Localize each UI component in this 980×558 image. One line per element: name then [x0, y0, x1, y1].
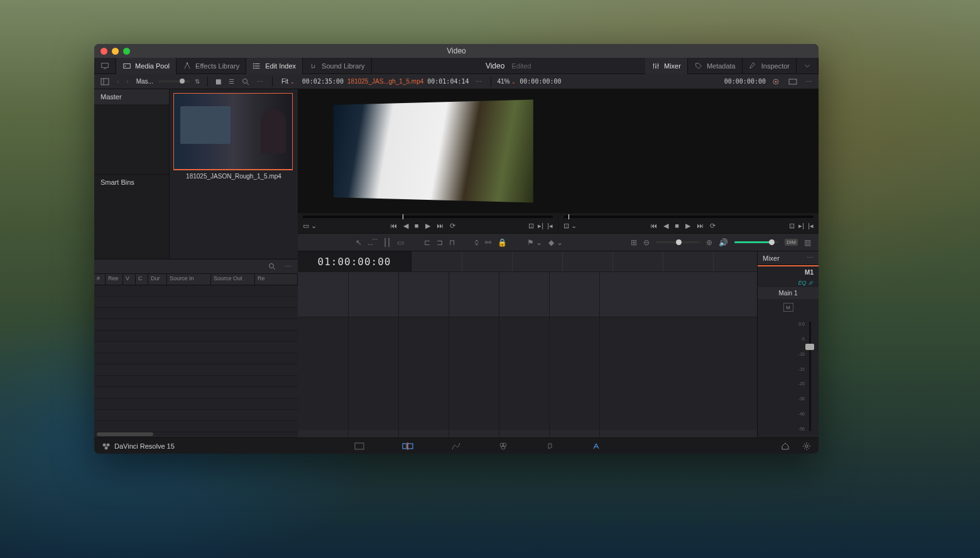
strip-fader[interactable]: 0.0-5-10-15-20-30-40-50	[758, 315, 819, 437]
sound-library-toggle[interactable]: Sound Library	[303, 58, 372, 74]
source-clip-name[interactable]: 181025_JAS...gh_1_5.mp4	[347, 78, 423, 85]
bin-master[interactable]: Master	[94, 89, 169, 104]
timeline-ruler[interactable]	[411, 251, 757, 271]
clip-thumbnail[interactable]	[173, 93, 293, 170]
index-col-srcout[interactable]: Source Out	[211, 274, 255, 285]
zoom-in[interactable]: ⊕	[706, 238, 712, 247]
effects-library-toggle[interactable]: Effects Library	[177, 58, 246, 74]
record-scrubber[interactable]	[564, 216, 814, 218]
zoom-out[interactable]: ⊖	[643, 238, 650, 247]
record-stop[interactable]: ■	[675, 222, 679, 229]
source-play-reverse[interactable]: ◀	[403, 222, 408, 230]
expand-button[interactable]	[797, 58, 819, 74]
fader-knob[interactable]	[805, 344, 814, 350]
bin-breadcrumb[interactable]: Mas...	[136, 78, 153, 85]
grid-view-button[interactable]: ▦	[213, 77, 224, 86]
record-options[interactable]: ⋯	[803, 77, 815, 86]
bin-smart[interactable]: Smart Bins	[94, 174, 169, 190]
index-col-srcin[interactable]: Source In	[167, 274, 211, 285]
dim-button[interactable]: DIM	[785, 239, 798, 246]
strip-mute[interactable]: M	[783, 303, 793, 312]
close-button[interactable]	[101, 48, 107, 55]
app-menu[interactable]: DaVinci Resolve 15	[102, 442, 175, 451]
inspector-toggle[interactable]: Inspector	[743, 58, 797, 74]
index-col-c[interactable]: C	[136, 274, 148, 285]
record-mark-out[interactable]: |◂	[808, 222, 814, 230]
page-deliver[interactable]	[592, 442, 601, 451]
metadata-toggle[interactable]: Metadata	[688, 58, 743, 74]
thumbnail-size-slider[interactable]	[158, 80, 190, 82]
horizontal-scrollbar[interactable]	[97, 432, 153, 436]
flag-dropdown[interactable]: ⚑ ⌄	[527, 238, 542, 247]
source-mark-in[interactable]: ▸|	[538, 222, 543, 230]
page-fairlight[interactable]	[545, 442, 554, 451]
record-play-reverse[interactable]: ◀	[663, 222, 668, 230]
source-stop[interactable]: ■	[415, 222, 419, 229]
record-zoom-dropdown[interactable]: 41% ⌄	[498, 78, 516, 85]
edit-index-toggle[interactable]: Edit Index	[246, 58, 303, 74]
page-media[interactable]	[354, 442, 364, 451]
source-scrubber[interactable]	[303, 216, 553, 218]
volume-slider[interactable]	[734, 241, 778, 243]
timeline-timecode[interactable]: 01:00:00:00	[298, 251, 411, 271]
trim-tool[interactable]: ⎵⎴	[368, 238, 377, 247]
replace-clip[interactable]: ⊓	[449, 238, 455, 247]
zoom-slider[interactable]	[656, 241, 700, 243]
timeline-view-options[interactable]: ⊞	[631, 238, 637, 247]
arrow-tool[interactable]: ↖	[356, 238, 362, 247]
index-search[interactable]	[266, 261, 278, 271]
source-mark-out[interactable]: |◂	[547, 222, 553, 230]
viewer-zoom-dropdown[interactable]: Fit ⌄	[279, 77, 297, 86]
blade-tool[interactable]: ⎮⎮	[383, 238, 391, 247]
record-last-frame[interactable]: ⏭	[697, 222, 704, 229]
record-play[interactable]: ▶	[685, 222, 690, 230]
strip-name[interactable]: Main 1	[758, 287, 819, 299]
marker-dropdown[interactable]: ◆ ⌄	[548, 238, 562, 247]
insert-clip[interactable]: ⊏	[424, 238, 430, 247]
sort-button[interactable]: ⇅	[192, 77, 202, 86]
list-view-button[interactable]: ☰	[226, 77, 237, 86]
home-button[interactable]	[781, 442, 790, 451]
record-match-frame[interactable]: ⊡	[789, 222, 795, 230]
timeline-tracks[interactable]	[298, 271, 757, 437]
media-pool-toggle[interactable]: Media Pool	[116, 58, 177, 74]
source-first-frame[interactable]: ⏮	[390, 222, 397, 229]
source-options[interactable]: ⋯	[473, 77, 484, 86]
lock-toggle[interactable]: 🔒	[498, 238, 507, 247]
page-color[interactable]	[499, 442, 508, 451]
record-first-frame[interactable]: ⏮	[650, 222, 657, 229]
index-col-num[interactable]: #	[94, 274, 106, 285]
viewer-mode[interactable]	[786, 77, 800, 86]
index-options[interactable]: ⋯	[282, 261, 294, 272]
mixer-toggle[interactable]: Mixer	[645, 58, 688, 74]
record-loop[interactable]: ⟳	[710, 222, 716, 230]
index-col-dur[interactable]: Dur	[148, 274, 167, 285]
record-overlay-dropdown[interactable]: ⊡ ⌄	[564, 222, 577, 230]
ui-layout-button[interactable]	[94, 58, 116, 74]
index-body[interactable]	[94, 285, 298, 437]
minimize-button[interactable]	[112, 48, 119, 55]
window-titlebar[interactable]: Video	[94, 44, 819, 58]
bin-options[interactable]: ⋯	[254, 77, 266, 86]
mute-button[interactable]: 🔊	[719, 238, 728, 247]
page-fusion[interactable]	[451, 442, 461, 451]
sidebar-toggle[interactable]	[98, 77, 112, 87]
index-col-reel[interactable]: Ree	[106, 274, 123, 285]
mixer-options[interactable]: ⋯	[807, 254, 814, 262]
source-play[interactable]: ▶	[425, 222, 430, 230]
bin-content[interactable]: 181025_JASON_Rough_1_5.mp4	[170, 89, 298, 259]
record-canvas[interactable]	[558, 89, 819, 213]
insert-tool[interactable]: ▭	[397, 238, 404, 247]
page-edit[interactable]	[402, 442, 413, 451]
source-last-frame[interactable]: ⏭	[437, 222, 444, 229]
source-canvas[interactable]	[298, 89, 558, 213]
search-button[interactable]	[239, 77, 252, 87]
record-mark-in[interactable]: ▸|	[798, 222, 804, 230]
index-col-re[interactable]: Re	[255, 274, 298, 285]
nav-back[interactable]: ‹	[114, 77, 121, 86]
overwrite-clip[interactable]: ⊐	[437, 238, 443, 247]
source-match-frame[interactable]: ⊡	[528, 222, 534, 230]
bypass-grades[interactable]	[770, 77, 782, 87]
source-overlay-dropdown[interactable]: ▭ ⌄	[303, 222, 317, 230]
link-toggle[interactable]: ⚯	[485, 238, 491, 247]
